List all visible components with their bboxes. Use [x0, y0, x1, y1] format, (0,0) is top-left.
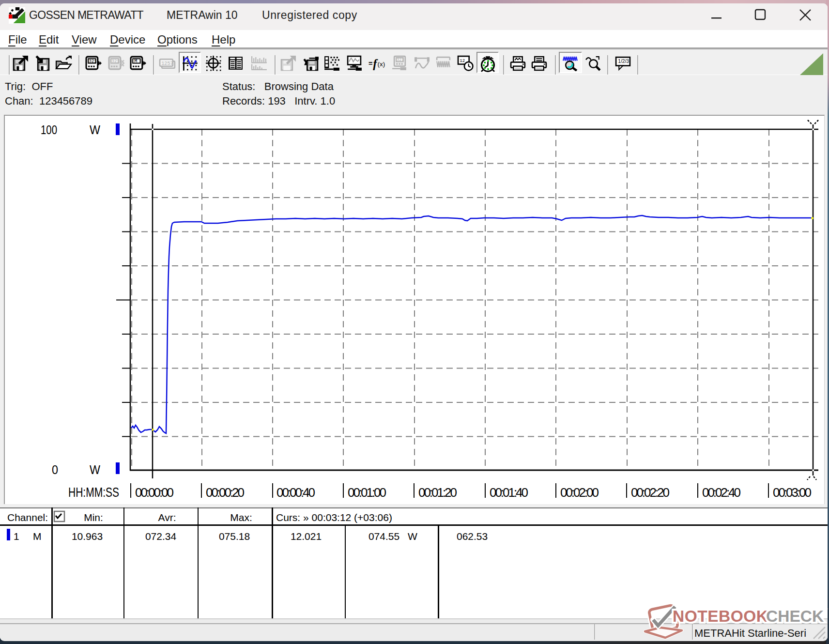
svg-text:00:00:00: 00:00:00: [135, 485, 174, 500]
svg-text:321: 321: [111, 59, 120, 64]
svg-text:00:03:00: 00:03:00: [773, 485, 812, 500]
svg-text:1257: 1257: [161, 61, 173, 66]
svg-text:Max:: Max:: [230, 512, 252, 523]
svg-text:W: W: [408, 531, 417, 542]
svg-text:M: M: [134, 58, 137, 64]
svg-text:Curs: » 00:03:12 (+03:06): Curs: » 00:03:12 (+03:06): [276, 512, 392, 523]
svg-text:W: W: [90, 123, 100, 137]
svg-text:12: 12: [460, 58, 465, 63]
svg-text:1/2/3: 1/2/3: [618, 59, 629, 64]
svg-text:00:00:40: 00:00:40: [276, 485, 315, 500]
svg-text:075.18: 075.18: [219, 531, 250, 542]
svg-text:062.53: 062.53: [457, 531, 488, 542]
svg-text:00:00:20: 00:00:20: [206, 485, 245, 500]
svg-text:1: 1: [14, 531, 19, 542]
svg-text:00:02:20: 00:02:20: [631, 485, 670, 500]
svg-text:M: M: [33, 531, 42, 542]
svg-text:072.34: 072.34: [145, 531, 177, 542]
svg-text:CHECK: CHECK: [766, 607, 824, 625]
svg-text:00:01:40: 00:01:40: [490, 485, 528, 500]
svg-text:00:02:00: 00:02:00: [560, 485, 599, 500]
svg-text:=: =: [368, 60, 372, 67]
svg-text:0: 0: [52, 463, 58, 476]
svg-text:HH:MM:SS: HH:MM:SS: [68, 485, 119, 500]
svg-text:00:01:20: 00:01:20: [418, 485, 457, 500]
svg-text:321: 321: [89, 59, 97, 64]
svg-text:074.55: 074.55: [368, 531, 399, 542]
svg-text:(x): (x): [378, 61, 385, 68]
svg-text:Avr:: Avr:: [158, 512, 176, 523]
svg-text:00:01:00: 00:01:00: [348, 485, 386, 500]
svg-text:321: 321: [397, 58, 404, 62]
svg-text:12.021: 12.021: [291, 531, 322, 542]
svg-text:NOTEBOOK: NOTEBOOK: [673, 607, 768, 625]
svg-text:Min:: Min:: [84, 512, 103, 523]
svg-text:W: W: [90, 463, 100, 476]
svg-text:10.963: 10.963: [72, 531, 103, 542]
svg-text:00:02:40: 00:02:40: [702, 485, 741, 500]
svg-text:Channel:: Channel:: [7, 512, 48, 523]
svg-text:100: 100: [41, 123, 57, 137]
